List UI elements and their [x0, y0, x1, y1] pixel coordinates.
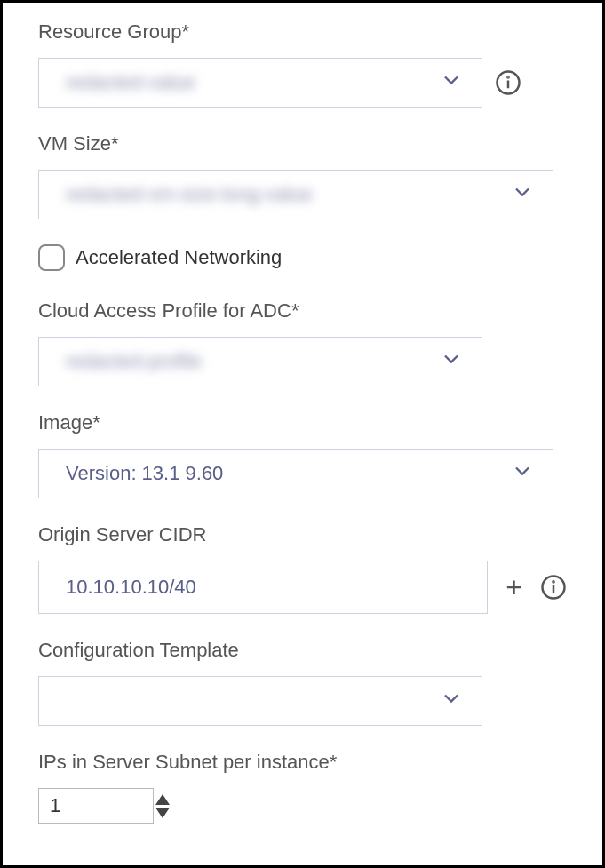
chevron-down-icon: [439, 346, 464, 377]
resource-group-field: Resource Group* redacted-value: [38, 20, 567, 108]
ips-per-instance-input[interactable]: [38, 788, 154, 824]
cloud-access-profile-label: Cloud Access Profile for ADC*: [38, 299, 567, 323]
chevron-down-icon: [510, 458, 535, 489]
svg-point-2: [507, 76, 508, 77]
vm-size-field: VM Size* redacted-vm-size-long-value: [38, 132, 567, 219]
chevron-down-icon: [439, 68, 464, 98]
chevron-down-icon: [439, 686, 464, 716]
resource-group-select[interactable]: redacted-value: [38, 58, 482, 108]
accelerated-networking-row: Accelerated Networking: [38, 244, 567, 271]
info-icon[interactable]: [495, 69, 521, 96]
image-field: Image* Version: 13.1 9.60: [38, 411, 567, 498]
image-label: Image*: [38, 411, 567, 434]
chevron-down-icon: [510, 179, 535, 210]
ips-per-instance-field: IPs in Server Subnet per instance*: [38, 751, 567, 824]
info-icon[interactable]: [540, 574, 567, 601]
origin-cidr-input[interactable]: [38, 561, 488, 614]
svg-point-5: [553, 581, 553, 582]
cloud-access-profile-select[interactable]: redacted-profile: [38, 337, 482, 386]
accelerated-networking-label: Accelerated Networking: [76, 246, 282, 269]
config-template-select[interactable]: [38, 676, 482, 726]
origin-cidr-label: Origin Server CIDR: [38, 523, 567, 546]
ips-per-instance-label: IPs in Server Subnet per instance*: [38, 751, 567, 774]
spinner-up-icon[interactable]: [155, 794, 170, 805]
vm-size-value: redacted-vm-size-long-value: [66, 183, 313, 206]
spinner-down-icon[interactable]: [155, 808, 170, 818]
vm-size-select[interactable]: redacted-vm-size-long-value: [38, 170, 553, 219]
resource-group-label: Resource Group*: [38, 20, 567, 44]
accelerated-networking-checkbox[interactable]: [38, 244, 65, 271]
resource-group-value: redacted-value: [66, 71, 195, 94]
cloud-access-profile-value: redacted-profile: [66, 350, 202, 373]
image-select[interactable]: Version: 13.1 9.60: [38, 449, 553, 498]
config-template-label: Configuration Template: [38, 639, 567, 662]
config-template-field: Configuration Template: [38, 639, 567, 726]
image-value: Version: 13.1 9.60: [66, 462, 223, 485]
vm-size-label: VM Size*: [38, 132, 567, 155]
plus-icon[interactable]: +: [505, 571, 522, 604]
spinner-buttons: [155, 794, 170, 818]
cloud-access-profile-field: Cloud Access Profile for ADC* redacted-p…: [38, 299, 567, 386]
origin-cidr-field: Origin Server CIDR +: [38, 523, 567, 614]
